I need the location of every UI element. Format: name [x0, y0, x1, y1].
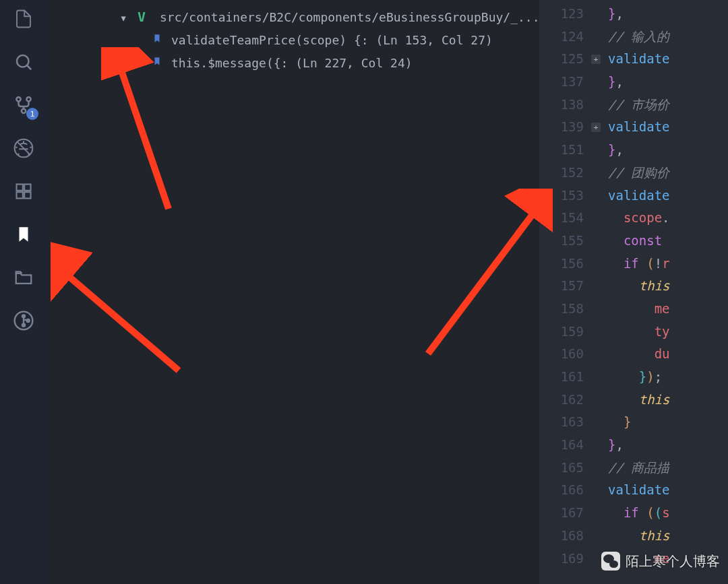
svg-line-1: [27, 65, 31, 69]
bookmarks-icon[interactable]: [11, 222, 36, 247]
source-control-icon[interactable]: 1: [11, 93, 36, 117]
chevron-down-icon: ▶: [119, 16, 129, 21]
svg-rect-7: [17, 185, 23, 191]
git-icon[interactable]: [11, 309, 36, 333]
extensions-icon[interactable]: [11, 179, 36, 203]
bookmark-icon: [152, 55, 162, 70]
code-editor[interactable]: 1231241251371381391511521531541551561571…: [539, 0, 728, 584]
debug-icon[interactable]: [11, 136, 36, 160]
line-numbers: 1231241251371381391511521531541551561571…: [551, 3, 589, 584]
wechat-icon: [601, 552, 620, 571]
explorer-icon[interactable]: [11, 7, 36, 31]
folder-icon[interactable]: [11, 265, 36, 290]
svg-rect-9: [17, 192, 23, 198]
activity-bar: 1: [0, 0, 47, 584]
bookmark-item[interactable]: this.$message({: (Ln 227, Col 24): [47, 51, 539, 74]
watermark-text: 陌上寒个人博客: [626, 552, 720, 571]
scm-badge: 1: [26, 108, 38, 120]
bookmark-item[interactable]: validateTeamPrice(scope) {: (Ln 153, Col…: [47, 28, 539, 51]
bookmark-icon: [152, 32, 162, 47]
fold-marker[interactable]: +: [591, 123, 601, 132]
svg-rect-8: [24, 185, 30, 191]
gutter-marks: [539, 3, 551, 584]
svg-rect-10: [24, 192, 30, 198]
file-path: src/containers/B2C/components/eBusinessG…: [160, 10, 539, 24]
fold-marker[interactable]: +: [591, 55, 601, 64]
bookmark-file-row[interactable]: ▶ V src/containers/B2C/components/eBusin…: [47, 5, 539, 28]
svg-point-0: [17, 55, 29, 67]
bookmark-label: validateTeamPrice(scope) {: (Ln 153, Col…: [171, 33, 493, 47]
bookmarks-panel: ▶ V src/containers/B2C/components/eBusin…: [47, 0, 539, 584]
bookmark-label: this.$message({: (Ln 227, Col 24): [171, 56, 413, 70]
svg-point-12: [22, 315, 25, 317]
svg-point-13: [22, 324, 25, 327]
fold-column: ++: [589, 3, 603, 584]
watermark: 陌上寒个人博客: [601, 552, 720, 571]
svg-point-2: [16, 97, 20, 101]
svg-point-3: [26, 97, 30, 101]
search-icon[interactable]: [11, 50, 36, 74]
code-content: },// 输入的validate},// 市场价validate},// 团购价…: [603, 3, 670, 584]
svg-point-4: [22, 109, 26, 113]
vue-file-icon: V: [138, 9, 146, 25]
